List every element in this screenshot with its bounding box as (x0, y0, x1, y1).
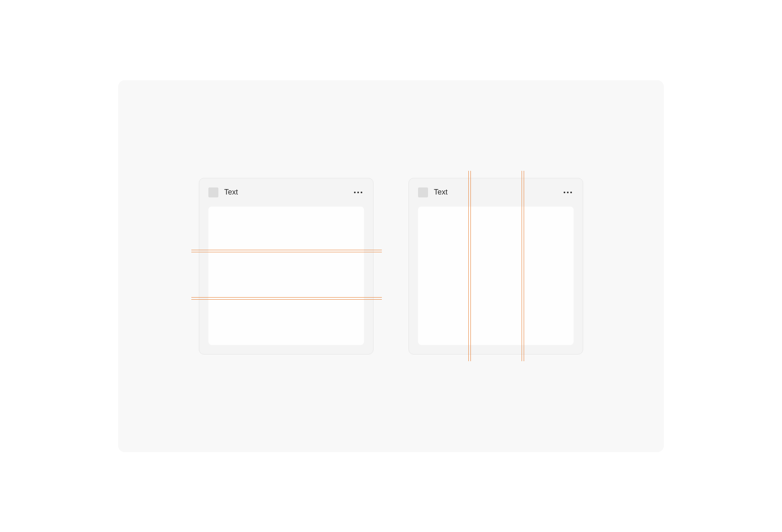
card-header-left: Text (418, 187, 448, 197)
card-icon-placeholder (208, 187, 218, 197)
card-vertical-guides: Text (408, 178, 583, 355)
content-area (208, 207, 364, 345)
content-area (418, 207, 574, 345)
card-header: Text (409, 178, 583, 207)
card-title: Text (224, 188, 238, 197)
more-icon[interactable] (352, 190, 364, 195)
more-icon[interactable] (562, 190, 574, 195)
card-header-left: Text (208, 187, 238, 197)
card-icon-placeholder (418, 187, 428, 197)
card-body (409, 207, 583, 354)
card-title: Text (434, 188, 448, 197)
card-horizontal-guides: Text (199, 178, 374, 355)
design-canvas: Text Text (118, 80, 664, 452)
card-header: Text (199, 178, 373, 207)
card-body (199, 207, 373, 354)
